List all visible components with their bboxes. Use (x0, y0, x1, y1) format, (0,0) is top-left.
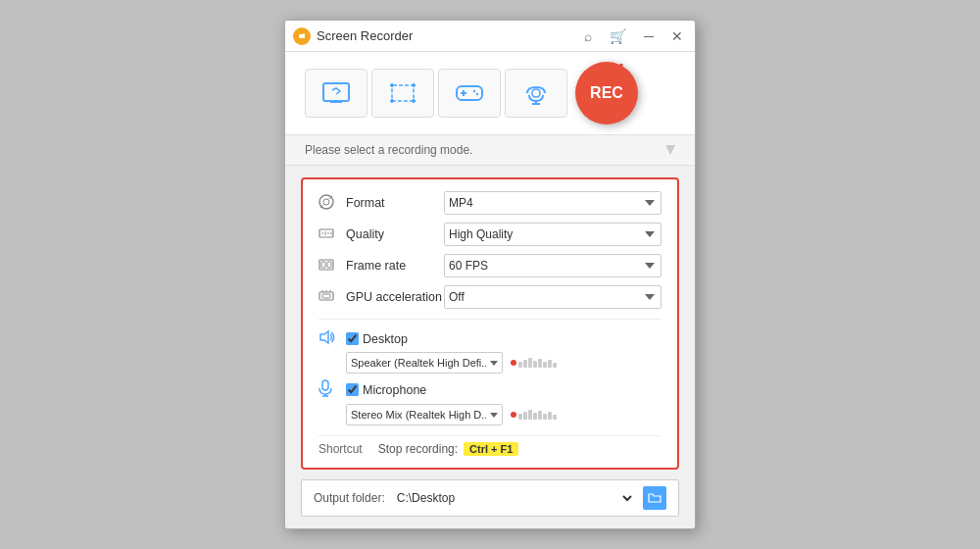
microphone-device-row: Stereo Mix (Realtek High D... (346, 404, 662, 425)
toolbar: REC (285, 52, 695, 135)
svg-rect-34 (327, 262, 331, 268)
microphone-checkbox[interactable] (346, 383, 359, 396)
vol-bars (518, 358, 557, 368)
format-label: Format (346, 196, 444, 210)
microphone-label[interactable]: Microphone (346, 383, 426, 397)
content-area: Format MP4 AVI MOV (285, 166, 695, 528)
svg-rect-33 (321, 262, 325, 268)
scroll-indicator (665, 145, 675, 155)
stop-key: Ctrl + F1 (464, 442, 518, 456)
vol-bar-3 (528, 358, 532, 368)
svg-rect-41 (322, 380, 328, 390)
microphone-audio-section: Microphone Stereo Mix (Realtek High D... (318, 379, 662, 425)
vol-bar-1 (518, 362, 522, 368)
gpu-row: GPU acceleration Off On (318, 285, 662, 309)
svg-point-18 (473, 90, 475, 92)
vol-bar-6 (543, 362, 547, 368)
svg-point-19 (476, 93, 478, 95)
hint-bar: Please select a recording mode. (285, 135, 695, 166)
quality-select[interactable]: High Quality Medium Quality Low Quality (444, 223, 662, 246)
svg-rect-35 (319, 292, 333, 300)
rec-button[interactable]: REC (575, 62, 638, 125)
mic-vol-bar-2 (523, 412, 527, 420)
mic-vol-bar-7 (548, 412, 552, 420)
format-icon (318, 194, 340, 213)
vol-dot (511, 360, 516, 366)
svg-marker-40 (320, 331, 328, 343)
quality-label: Quality (346, 227, 444, 241)
window-title: Screen Recorder (317, 28, 580, 43)
minimize-button[interactable]: ─ (640, 26, 658, 46)
quality-row: Quality High Quality Medium Quality Low … (318, 223, 662, 246)
vol-bar-5 (538, 359, 542, 368)
stop-label: Stop recording: (378, 442, 458, 456)
search-icon[interactable]: ⌕ (580, 26, 596, 46)
title-bar: Screen Recorder ⌕ 🛒 ─ ✕ (285, 21, 695, 52)
framerate-select[interactable]: 60 FPS 30 FPS 24 FPS (444, 254, 662, 277)
microphone-device-select[interactable]: Stereo Mix (Realtek High D... (346, 404, 503, 425)
app-logo (293, 27, 311, 45)
window-controls: ⌕ 🛒 ─ ✕ (580, 26, 687, 46)
quality-icon (318, 225, 340, 244)
svg-rect-2 (303, 33, 305, 35)
desktop-volume (511, 358, 557, 368)
game-record-button[interactable] (438, 69, 501, 118)
format-row: Format MP4 AVI MOV (318, 191, 662, 215)
desktop-audio-label[interactable]: Desktop (346, 332, 408, 346)
vol-bar-2 (523, 360, 527, 368)
format-select[interactable]: MP4 AVI MOV (444, 191, 662, 215)
desktop-audio-section: Desktop Speaker (Realtek High Defi... (318, 329, 662, 374)
main-window: Screen Recorder ⌕ 🛒 ─ ✕ (284, 20, 696, 529)
svg-rect-15 (457, 86, 482, 100)
browse-folder-button[interactable] (643, 486, 666, 510)
svg-rect-6 (392, 85, 414, 101)
output-path-select[interactable]: C:\Desktop (393, 487, 635, 509)
mic-vol-bar-5 (538, 411, 542, 420)
vol-bar-7 (548, 360, 552, 368)
mic-vol-bar-3 (528, 410, 532, 420)
svg-rect-36 (322, 294, 330, 298)
desktop-audio-header: Desktop (318, 329, 662, 348)
mic-vol-bar-4 (533, 413, 537, 420)
vol-bar-4 (533, 361, 537, 368)
gpu-icon (318, 288, 340, 307)
microphone-audio-header: Microphone (318, 379, 662, 400)
svg-point-24 (323, 199, 329, 205)
framerate-label: Frame rate (346, 259, 444, 273)
audio-record-button[interactable] (505, 69, 567, 118)
settings-panel: Format MP4 AVI MOV (301, 177, 679, 470)
mic-vol-bar-6 (543, 414, 547, 420)
gpu-label: GPU acceleration (346, 290, 444, 304)
region-record-button[interactable] (371, 69, 434, 118)
mic-vol-bar-8 (553, 415, 557, 420)
mic-vol-bars (518, 410, 557, 420)
output-folder-row: Output folder: C:\Desktop (301, 479, 679, 517)
vol-bar-8 (553, 363, 557, 368)
framerate-row: Frame rate 60 FPS 30 FPS 24 FPS (318, 254, 662, 277)
desktop-device-select[interactable]: Speaker (Realtek High Defi... (346, 352, 503, 374)
framerate-icon (318, 257, 340, 275)
stop-shortcut: Stop recording: Ctrl + F1 (378, 442, 519, 456)
gpu-select[interactable]: Off On (444, 285, 662, 309)
shortcut-row: Shortcut Stop recording: Ctrl + F1 (318, 435, 662, 456)
divider-1 (318, 319, 662, 320)
shortcut-label: Shortcut (318, 442, 363, 456)
screen-record-button[interactable] (305, 69, 368, 118)
close-button[interactable]: ✕ (667, 26, 687, 46)
cart-icon[interactable]: 🛒 (606, 26, 630, 46)
mic-vol-dot (511, 412, 516, 418)
mic-vol-bar-1 (518, 414, 522, 420)
microphone-volume (511, 410, 557, 420)
microphone-icon (318, 379, 340, 400)
desktop-device-row: Speaker (Realtek High Defi... (346, 352, 662, 374)
desktop-audio-checkbox[interactable] (346, 332, 359, 345)
output-folder-label: Output folder: (314, 491, 385, 505)
svg-rect-3 (323, 83, 349, 101)
speaker-icon (318, 329, 340, 348)
hint-text: Please select a recording mode. (305, 143, 472, 157)
